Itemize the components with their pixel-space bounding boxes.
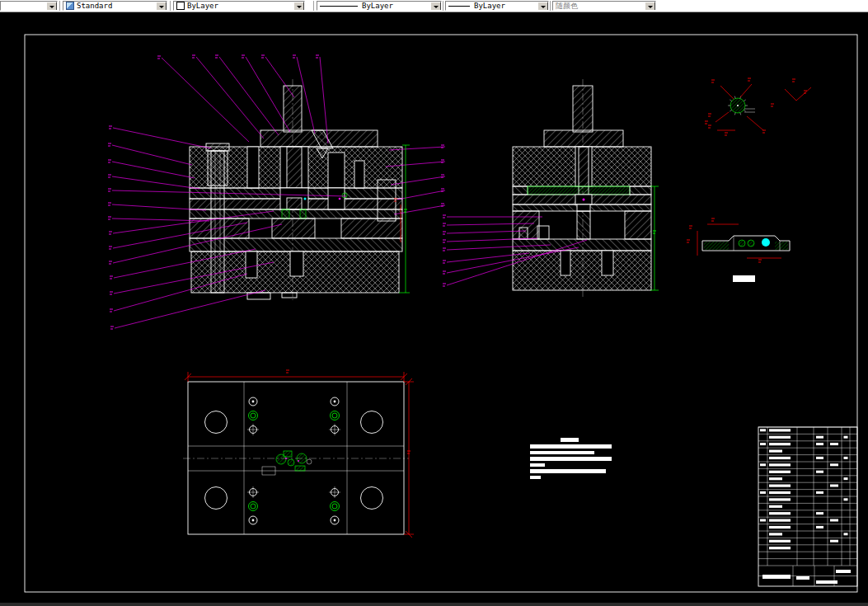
toolbar-separator [550, 1, 551, 11]
plot-style-value: 随颜色 [556, 2, 578, 10]
layer-combo[interactable] [0, 1, 58, 11]
text-style-combo[interactable]: Standard [63, 1, 167, 11]
chevron-down-icon[interactable] [537, 2, 548, 11]
top-plate[interactable] [544, 130, 623, 147]
toolbar-separator [170, 1, 171, 11]
color-combo[interactable]: ByLayer [173, 1, 305, 11]
punch-shank[interactable] [573, 86, 593, 132]
toolbar-separator [313, 1, 314, 11]
notes-text-block [530, 438, 612, 479]
chevron-down-icon[interactable] [46, 2, 57, 11]
chevron-down-icon [645, 2, 655, 11]
chevron-down-icon[interactable] [293, 2, 304, 11]
detail-view-gear[interactable] [728, 96, 755, 115]
lower-plate[interactable] [190, 238, 402, 251]
chevron-down-icon[interactable] [156, 2, 167, 11]
die-insert [282, 209, 289, 218]
lineweight-combo[interactable]: ByLayer [445, 1, 549, 11]
base-plate[interactable] [513, 251, 651, 290]
lower-plate[interactable] [513, 239, 651, 251]
front-section-view[interactable] [190, 79, 402, 300]
drawing-canvas[interactable] [0, 0, 868, 606]
text-style-value: Standard [77, 2, 112, 10]
color-swatch [176, 2, 185, 10]
cyan-bushing [762, 238, 770, 247]
ejector [577, 211, 590, 239]
guide-bushing [208, 151, 228, 186]
color-combo-value: ByLayer [187, 2, 218, 10]
text-style-icon [66, 2, 74, 10]
parts-list-table[interactable] [758, 427, 857, 586]
toolbar-separator [59, 1, 60, 11]
plan-view[interactable] [183, 382, 409, 534]
linetype-sample [320, 6, 358, 7]
toolbar-separator [443, 1, 443, 11]
drawing-border-frame [25, 35, 857, 592]
linetype-combo-value: ByLayer [362, 2, 393, 10]
status-bar [0, 603, 868, 606]
punch-opening-cluster [276, 451, 312, 471]
lineweight-combo-value: ByLayer [474, 2, 505, 10]
properties-toolbar: Standard ByLayer ByLayer ByLayer 随颜色 [0, 0, 868, 12]
rubber-pad [528, 186, 630, 195]
lineweight-sample [448, 6, 470, 7]
linetype-combo[interactable]: ByLayer [317, 1, 442, 11]
chevron-down-icon[interactable] [430, 2, 441, 11]
detail-view-section[interactable] [702, 236, 790, 282]
detail-label [733, 275, 755, 282]
cad-application-window: { "toolbar": { "layer_combo": {"value": … [0, 0, 868, 606]
plate-outline[interactable] [188, 382, 404, 534]
guide-bushing-flange [206, 143, 229, 151]
die-insert [300, 209, 306, 218]
spacer-middle [272, 218, 315, 238]
spacer-right [341, 218, 402, 238]
side-section-view[interactable] [513, 79, 651, 297]
cyan-insert [304, 198, 307, 200]
die-plate[interactable] [190, 209, 402, 218]
spacer-right [625, 211, 651, 239]
plot-style-combo: 随颜色 [552, 1, 656, 11]
